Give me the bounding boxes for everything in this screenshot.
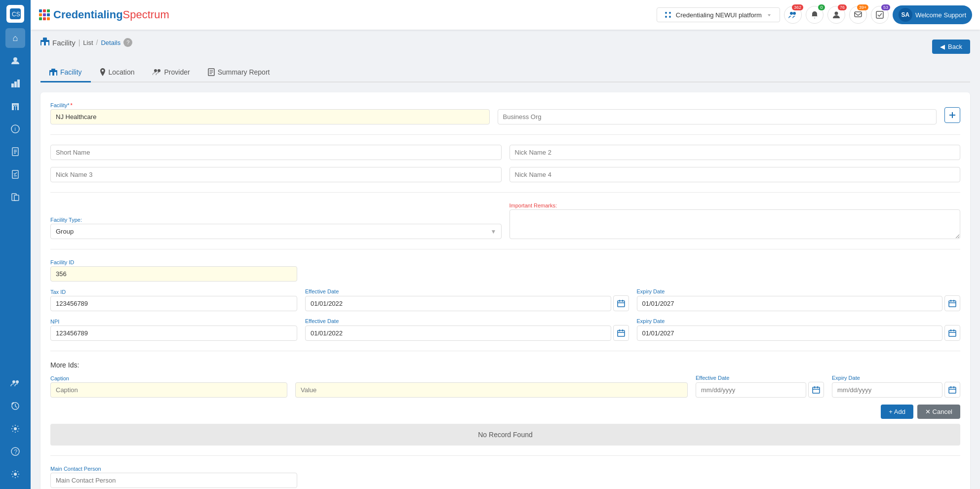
tax-id-input[interactable] xyxy=(50,296,297,311)
tab-provider[interactable]: Provider xyxy=(144,63,199,82)
svg-rect-36 xyxy=(43,17,46,20)
tax-effective-date-calendar[interactable] xyxy=(613,295,629,311)
more-ids-expiry-calendar[interactable] xyxy=(944,382,960,398)
svg-rect-30 xyxy=(43,9,46,12)
sidebar-item-info[interactable]: i xyxy=(5,119,25,139)
sidebar-item-help[interactable]: ? xyxy=(5,442,25,461)
npi-expiry-date-calendar[interactable] xyxy=(944,325,960,341)
sidebar-item-settings[interactable] xyxy=(5,419,25,439)
tab-summary-report[interactable]: Summary Report xyxy=(199,63,279,82)
messages-icon-btn[interactable]: 39+ xyxy=(849,6,867,24)
breadcrumb: Facility | List / Details ? xyxy=(40,38,132,47)
tax-effective-date-input[interactable] xyxy=(305,296,611,311)
back-button[interactable]: ◀ Back xyxy=(932,40,970,54)
svg-rect-32 xyxy=(39,13,42,16)
svg-rect-3 xyxy=(11,83,14,87)
npi-effective-date-input[interactable] xyxy=(305,326,611,341)
person-badge: 76 xyxy=(838,4,847,10)
person-icon-btn[interactable]: 76 xyxy=(827,6,845,24)
tax-expiry-date-field-group: Expiry Date xyxy=(637,288,961,311)
svg-rect-83 xyxy=(949,387,956,393)
topbar: CredentialingSpectrum Credentialing NEWU… xyxy=(31,0,980,30)
npi-effective-date-calendar[interactable] xyxy=(613,325,629,341)
facility-field-label: Facility* xyxy=(50,102,490,108)
sidebar-item-settings2[interactable] xyxy=(5,464,25,484)
svg-rect-21 xyxy=(14,195,19,201)
more-ids-effective-calendar[interactable] xyxy=(808,382,824,398)
business-org-input[interactable] xyxy=(498,109,937,124)
svg-rect-63 xyxy=(618,301,625,307)
platform-button[interactable]: Credentialing NEWUI platform xyxy=(657,7,780,22)
svg-point-22 xyxy=(12,380,15,383)
facility-type-select[interactable]: Group Individual Hospital Clinic xyxy=(50,224,502,239)
cancel-button[interactable]: ✕ Cancel xyxy=(917,405,960,419)
caption-field-group: Caption xyxy=(50,375,287,398)
npi-input[interactable] xyxy=(50,326,297,341)
svg-point-55 xyxy=(154,69,157,72)
caption-input[interactable] xyxy=(50,382,287,398)
breadcrumb-list-link[interactable]: List xyxy=(83,39,93,46)
facility-id-label: Facility ID xyxy=(50,259,297,265)
bell-icon-btn[interactable]: 0 xyxy=(806,6,823,24)
svg-point-39 xyxy=(669,12,671,14)
svg-rect-35 xyxy=(39,17,42,20)
check-icon-btn[interactable]: 53 xyxy=(871,6,889,24)
logo-text: CredentialingSpectrum xyxy=(53,8,169,21)
more-ids-effective-date-input[interactable] xyxy=(696,382,806,398)
sidebar-item-team[interactable] xyxy=(5,373,25,393)
sidebar-item-docs[interactable] xyxy=(5,187,25,207)
svg-rect-54 xyxy=(54,72,56,76)
tax-expiry-date-calendar[interactable] xyxy=(944,295,960,311)
user-button[interactable]: SA Welcome Support xyxy=(893,5,972,24)
important-remarks-textarea[interactable] xyxy=(510,209,961,239)
tax-effective-date-field-group: Effective Date xyxy=(305,288,629,311)
facility-form: Facility* xyxy=(40,92,970,489)
users-icon-btn[interactable]: 362 xyxy=(784,6,802,24)
svg-text:?: ? xyxy=(14,448,18,455)
tab-facility[interactable]: Facility xyxy=(40,63,91,82)
facility-input[interactable] xyxy=(50,109,490,124)
short-name-input[interactable] xyxy=(50,145,502,160)
form-row-nicknames xyxy=(50,167,960,182)
sidebar-item-dashboard[interactable] xyxy=(5,74,25,93)
sidebar-item-reports[interactable] xyxy=(5,142,25,162)
nick-name-4-input[interactable] xyxy=(510,167,961,182)
sidebar-item-history[interactable] xyxy=(5,396,25,416)
more-ids-expiry-date-input[interactable] xyxy=(832,382,942,398)
tax-id-label: Tax ID xyxy=(50,289,297,295)
more-ids-input-row: Caption Effective Date xyxy=(50,375,960,398)
value-input[interactable] xyxy=(295,382,688,398)
tab-location[interactable]: Location xyxy=(91,63,144,82)
users-badge: 362 xyxy=(792,4,803,10)
tax-expiry-date-label: Expiry Date xyxy=(637,288,961,294)
npi-expiry-date-input[interactable] xyxy=(637,326,943,341)
svg-rect-5 xyxy=(17,80,20,87)
form-row-tax-id: Tax ID Effective Date Expiry Date xyxy=(50,288,960,311)
svg-point-56 xyxy=(157,69,160,72)
tab-location-label: Location xyxy=(109,68,135,76)
breadcrumb-root: Facility xyxy=(52,39,76,47)
tax-expiry-date-input[interactable] xyxy=(637,296,943,311)
topbar-right: Credentialing NEWUI platform 362 0 76 39… xyxy=(657,5,972,24)
add-business-org-button[interactable] xyxy=(944,107,960,123)
add-button[interactable]: + Add xyxy=(881,405,913,419)
nick-name-3-input[interactable] xyxy=(50,167,502,182)
facility-type-label: Facility Type: xyxy=(50,217,502,223)
more-ids-effective-date-group: Effective Date xyxy=(696,375,824,398)
nick-name-3-field-group xyxy=(50,167,502,182)
more-ids-expiry-date-label: Expiry Date xyxy=(832,375,960,381)
sidebar-item-checklist[interactable] xyxy=(5,164,25,184)
sidebar-item-home[interactable]: ⌂ xyxy=(5,28,25,48)
sidebar-item-users[interactable] xyxy=(5,51,25,71)
main-contact-input[interactable] xyxy=(50,473,297,488)
back-label: Back xyxy=(948,43,962,50)
more-ids-expiry-date-group: Expiry Date xyxy=(832,375,960,398)
user-label: Welcome Support xyxy=(915,11,966,19)
nick-name-2-input[interactable] xyxy=(510,145,961,160)
important-remarks-label: Important Remarks: xyxy=(510,203,961,208)
facility-id-input[interactable] xyxy=(50,266,297,282)
help-icon[interactable]: ? xyxy=(123,38,132,47)
svg-point-23 xyxy=(16,380,19,383)
sidebar-item-building[interactable] xyxy=(5,96,25,116)
form-row-npi: NPI Effective Date Expiry Date xyxy=(50,318,960,341)
